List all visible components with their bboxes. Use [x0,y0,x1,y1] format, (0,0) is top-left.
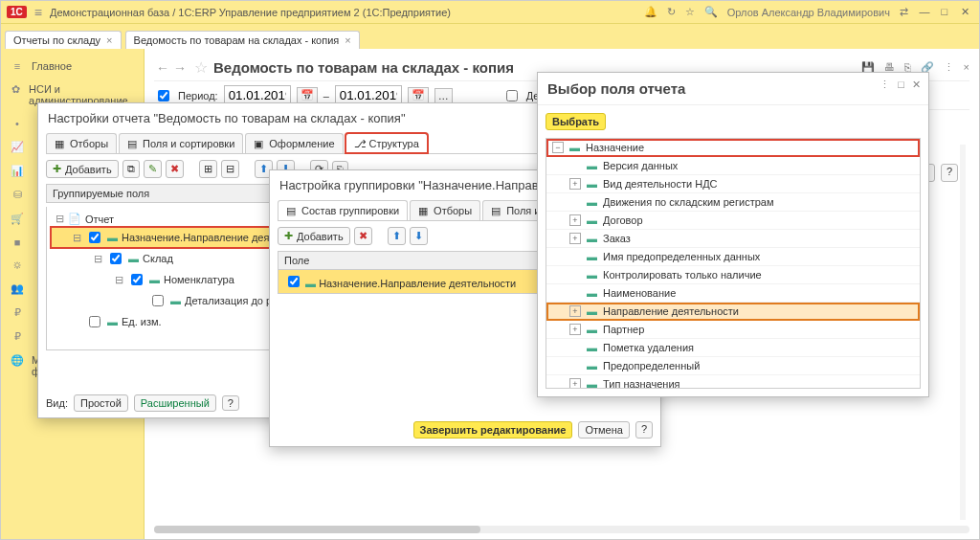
home-icon: ≡ [11,60,24,72]
calendar-icon[interactable]: 📅 [297,87,318,103]
close-icon[interactable]: × [345,34,350,46]
back-icon[interactable]: ← [154,60,171,76]
star-icon[interactable]: ☆ [685,6,695,18]
tree-item-naznachenie[interactable]: −▬Назначение [546,139,920,157]
expand-button[interactable]: ⊞ [199,160,217,178]
doc-tab[interactable]: Ведомость по товарам на складах - копия … [125,31,360,49]
period-picker-button[interactable]: … [434,88,453,103]
kebab-icon[interactable]: ⋮ [880,79,890,91]
user-name[interactable]: Орлов Александр Владимирович [727,7,890,18]
collapse-icon[interactable]: ⊟ [55,213,64,225]
search-icon[interactable]: 🔍 [704,6,718,18]
expand-icon[interactable]: + [569,233,581,244]
row-checkbox[interactable] [288,276,300,287]
dot-icon: ₽ [11,330,24,343]
tree-item[interactable]: ▬Контролировать только наличие [546,266,920,284]
detail-checkbox[interactable] [506,90,518,101]
node-checkbox[interactable] [89,316,100,327]
paint-icon: ▣ [254,138,265,149]
kebab-icon[interactable]: ⋮ [944,61,954,74]
cancel-button[interactable]: Отмена [578,421,629,439]
tree-node-label[interactable]: Склад [143,253,173,264]
field-icon: ▬ [107,316,118,327]
view-advanced-button[interactable]: Расширенный [134,394,216,412]
calendar-icon[interactable]: 📅 [408,87,429,103]
tree-node-label[interactable]: Номенклатура [164,274,234,285]
expand-icon[interactable]: + [569,178,581,190]
tab-filters[interactable]: ▦Отборы [46,133,117,153]
tree-item[interactable]: ▬Версия данных [546,157,920,175]
tree-item[interactable]: ▬Предопределенный [546,357,920,375]
expand-icon[interactable]: + [569,305,581,317]
delete-button[interactable]: ✖ [166,160,184,178]
choose-button[interactable]: Выбрать [546,113,606,130]
tree-item[interactable]: +▬Договор [546,212,920,230]
tree-item[interactable]: ▬Имя предопределенных данных [546,248,920,266]
doc-tab[interactable]: Отчеты по складу × [5,31,122,49]
collapse-button[interactable]: ⊟ [221,160,239,178]
tree-item[interactable]: ▬Наименование [546,284,920,303]
close-icon[interactable]: × [964,61,969,74]
maximize-icon[interactable]: □ [898,79,904,91]
field-icon: ▬ [149,274,160,285]
node-checkbox[interactable] [131,274,143,285]
gear-icon: ✿ [11,83,21,106]
close-icon[interactable]: ✕ [912,79,921,91]
tab-structure[interactable]: ⎇Структура [345,133,428,153]
group-button[interactable]: ⧉ [122,160,140,178]
history-icon[interactable]: ↻ [667,6,676,18]
delete-button[interactable]: ✖ [354,227,372,245]
node-checkbox[interactable] [89,232,100,243]
help-button[interactable]: ? [635,421,653,439]
collapse-icon[interactable]: ⊟ [72,232,81,244]
collapse-icon[interactable]: ⊟ [114,274,123,286]
view-simple-button[interactable]: Простой [74,394,128,412]
tab-fields[interactable]: ▤Поля и сортировки [119,133,243,153]
close-icon[interactable]: × [106,34,112,46]
tab-appearance[interactable]: ▣Оформление [245,133,343,153]
forward-icon[interactable]: → [171,60,189,76]
expand-icon[interactable]: + [569,378,581,389]
table-cell-field[interactable]: ▬ Назначение.Направление деятельности [278,270,566,293]
tree-item[interactable]: ▬Пометка удаления [546,339,920,357]
collapse-icon[interactable]: − [552,142,564,153]
minimize-button[interactable]: — [916,6,933,17]
maximize-button[interactable]: □ [936,6,953,17]
collapse-icon[interactable]: ⊟ [93,253,102,265]
edit-button[interactable]: ✎ [144,160,162,178]
node-checkbox[interactable] [152,295,164,306]
item-label: Имя предопределенных данных [603,251,760,262]
node-checkbox[interactable] [110,253,122,264]
expand-icon[interactable]: + [569,324,581,335]
tree-item[interactable]: ▬Движения по складским регистрам [546,193,920,212]
period-checkbox[interactable] [158,90,169,101]
close-button[interactable]: ✕ [956,6,973,18]
tree-item[interactable]: +▬Тип назначения [546,375,920,389]
finish-button[interactable]: Завершить редактирование [413,421,573,439]
col-header-field[interactable]: Поле [278,252,566,269]
add-button[interactable]: ✚Добавить [278,227,350,245]
bell-icon[interactable]: 🔔 [644,6,657,18]
scrollbar-horizontal[interactable] [154,526,969,533]
user-menu-icon[interactable]: ⇄ [900,6,908,18]
tree-item[interactable]: +▬Партнер [546,321,920,339]
move-up-button[interactable]: ⬆ [388,227,406,245]
tree-node-label[interactable]: Ед. изм. [122,316,162,327]
tab-group-content[interactable]: ▤Состав группировки [278,200,408,220]
tree-node-label[interactable]: Отчет [85,214,114,225]
dot-icon: 📊 [11,165,24,177]
tab-group-filters[interactable]: ▦Отборы [410,200,480,220]
scrollbar-vertical[interactable] [960,145,966,520]
move-down-button[interactable]: ⬇ [410,227,428,245]
menu-icon[interactable]: ≡ [34,5,42,20]
add-button[interactable]: ✚Добавить [46,160,119,178]
help-button[interactable]: ? [941,164,958,182]
tree-item[interactable]: +▬Вид деятельности НДС [546,175,920,193]
help-button[interactable]: ? [222,395,239,411]
item-label: Договор [603,214,643,226]
tree-item[interactable]: +▬Заказ [546,230,920,248]
tree-item-napravlenie[interactable]: +▬Направление деятельности [546,303,920,321]
sidebar-item-main[interactable]: ≡Главное [1,55,144,78]
expand-icon[interactable]: + [569,214,581,226]
favorite-icon[interactable]: ☆ [194,58,208,77]
